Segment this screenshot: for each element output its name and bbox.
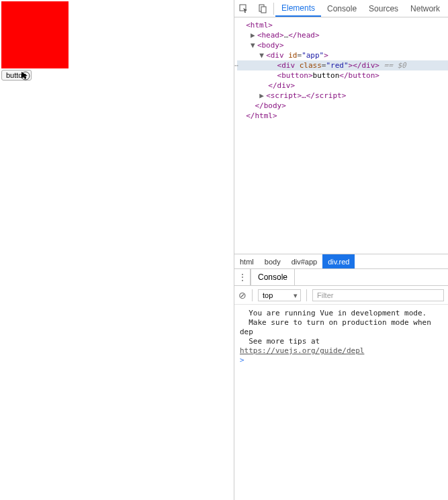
tab-elements[interactable]: Elements — [275, 0, 321, 17]
crumb-html[interactable]: html — [234, 254, 259, 268]
console-filter-input[interactable]: Filter — [312, 289, 444, 301]
tab-console[interactable]: Console — [321, 0, 363, 17]
toolbar-separator — [252, 289, 253, 301]
tab-sources[interactable]: Sources — [363, 0, 404, 17]
console-context-select[interactable]: top — [258, 289, 301, 301]
page-button[interactable]: button — [1, 70, 32, 81]
tabbar-separator — [273, 3, 274, 15]
console-menu-icon[interactable]: ⋮ — [234, 269, 251, 285]
console-toolbar: ⊘ top Filter — [234, 286, 448, 305]
dom-selected-node[interactable]: ⋯ <div class="red"></div> == $0 — [237, 60, 448, 70]
console-drawer-tab[interactable]: Console — [251, 269, 295, 285]
device-toggle-icon[interactable] — [253, 4, 272, 13]
console-output[interactable]: You are running Vue in development mode.… — [234, 305, 448, 500]
inspect-icon[interactable] — [234, 4, 253, 13]
elements-dom-tree[interactable]: <html> ▶<head>…</head> ▼<body> ▼<div id=… — [234, 17, 448, 254]
tab-network[interactable]: Network — [404, 0, 446, 17]
toolbar-separator — [306, 289, 307, 301]
crumb-div-app[interactable]: div#app — [286, 254, 323, 268]
crumb-div-red[interactable]: div.red — [322, 254, 355, 268]
elements-breadcrumb: html body div#app div.red — [234, 254, 448, 268]
console-message-line: See more tips at https://vuejs.org/guide… — [240, 337, 443, 356]
console-drawer-header: ⋮ Console — [234, 268, 448, 286]
console-prompt-icon: > — [240, 356, 244, 364]
devtools-panel: Elements Console Sources Network <html> … — [234, 0, 448, 500]
console-message-line: You are running Vue in development mode. — [240, 309, 443, 318]
console-link[interactable]: https://vuejs.org/guide/depl — [240, 346, 364, 355]
red-box — [1, 1, 69, 68]
devtools-tabbar: Elements Console Sources Network — [234, 0, 448, 17]
crumb-body[interactable]: body — [259, 254, 286, 268]
rendered-page: button — [0, 0, 234, 500]
console-message-line: Make sure to turn on production mode whe… — [240, 318, 443, 337]
svg-rect-3 — [261, 7, 266, 13]
console-clear-icon[interactable]: ⊘ — [238, 290, 247, 301]
